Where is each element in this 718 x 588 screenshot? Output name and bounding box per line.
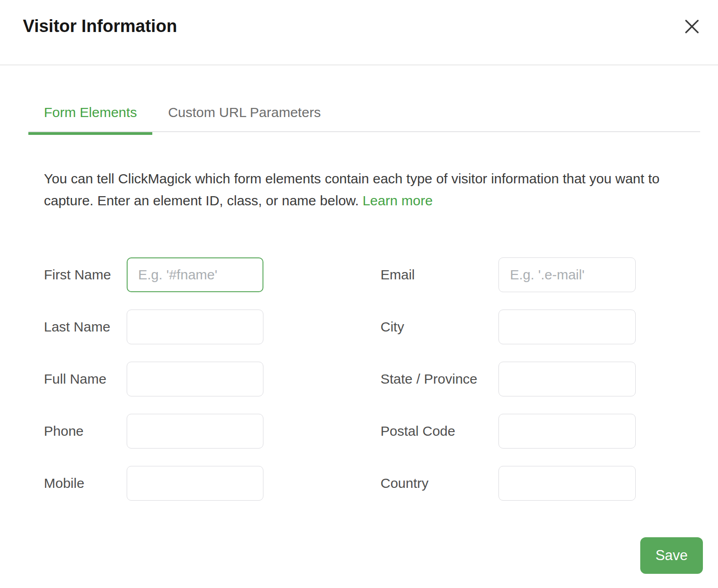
phone-label: Phone — [44, 423, 127, 439]
full-name-field: Full Name — [44, 362, 263, 396]
city-field: City — [380, 310, 636, 344]
mobile-label: Mobile — [44, 476, 127, 491]
last-name-field: Last Name — [44, 310, 263, 344]
full-name-label: Full Name — [44, 371, 127, 387]
page-title: Visitor Information — [23, 16, 177, 36]
first-name-field: First Name — [44, 257, 263, 292]
description-text: You can tell ClickMagick which form elem… — [44, 168, 661, 212]
postal-code-label: Postal Code — [380, 423, 498, 439]
mobile-input[interactable] — [127, 466, 263, 501]
state-province-field: State / Province — [380, 362, 636, 396]
form-row: First Name Email — [44, 257, 718, 292]
state-province-label: State / Province — [380, 371, 498, 387]
visitor-information-modal: Visitor Information Form Elements Custom… — [0, 0, 718, 588]
city-label: City — [380, 319, 498, 335]
first-name-input[interactable] — [127, 257, 263, 292]
form-row: Mobile Country — [44, 466, 718, 501]
country-label: Country — [380, 476, 498, 491]
email-label: Email — [380, 267, 498, 283]
phone-input[interactable] — [127, 414, 263, 449]
form-grid: First Name Email Last Name City Full Nam… — [44, 257, 718, 501]
state-province-input[interactable] — [498, 362, 636, 396]
close-button[interactable] — [683, 17, 701, 36]
last-name-label: Last Name — [44, 319, 127, 335]
email-field: Email — [380, 257, 636, 292]
full-name-input[interactable] — [127, 362, 263, 396]
tab-custom-url-parameters[interactable]: Custom URL Parameters — [152, 95, 336, 131]
form-row: Last Name City — [44, 310, 718, 344]
city-input[interactable] — [498, 310, 636, 344]
learn-more-link[interactable]: Learn more — [363, 193, 433, 208]
close-icon — [685, 19, 699, 34]
form-row: Full Name State / Province — [44, 362, 718, 396]
phone-field: Phone — [44, 414, 263, 449]
first-name-label: First Name — [44, 267, 127, 283]
postal-code-field: Postal Code — [380, 414, 636, 449]
modal-header: Visitor Information — [0, 0, 718, 65]
mobile-field: Mobile — [44, 466, 263, 501]
postal-code-input[interactable] — [498, 414, 636, 449]
description-body: You can tell ClickMagick which form elem… — [44, 171, 659, 208]
form-row: Phone Postal Code — [44, 414, 718, 449]
email-input[interactable] — [498, 257, 636, 292]
country-field: Country — [380, 466, 636, 501]
tab-bar: Form Elements Custom URL Parameters — [28, 95, 700, 132]
tab-form-elements[interactable]: Form Elements — [28, 95, 152, 131]
country-input[interactable] — [498, 466, 636, 501]
last-name-input[interactable] — [127, 310, 263, 344]
save-button[interactable]: Save — [640, 537, 703, 574]
